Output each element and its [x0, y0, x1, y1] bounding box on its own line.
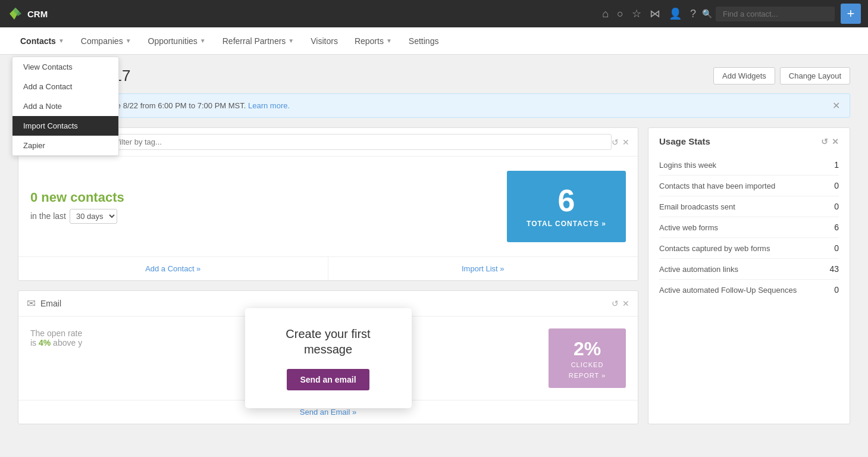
page-header: August 22, 2017 Add Widgets Change Layou…	[18, 67, 850, 85]
top-bar: CRM ⌂ ○ ☆ ⋈ 👤 ? 🔍 +	[0, 0, 868, 27]
nav-contacts-wrapper: Contacts ▼ View Contacts Add a Contact A…	[12, 29, 73, 53]
import-list-footer-btn[interactable]: Import List »	[328, 257, 638, 280]
stat-row-broadcasts: Email broadcasts sent 0	[659, 196, 839, 217]
nav-contacts[interactable]: Contacts ▼	[12, 29, 73, 53]
usage-stats-controls: ↺ ✕	[821, 137, 839, 146]
usage-stats-list: Logins this week 1 Contacts that have be…	[659, 155, 839, 300]
search-wrapper: 🔍	[702, 7, 835, 21]
email-close-icon[interactable]: ✕	[622, 299, 629, 308]
flow-icon[interactable]: ⋈	[650, 7, 660, 20]
stat-value-broadcasts: 0	[834, 202, 839, 211]
contacts-chevron-icon: ▼	[58, 37, 64, 44]
nav-opportunities-label: Opportunities	[148, 36, 198, 46]
clicked-box[interactable]: 2% CLICKED REPORT »	[549, 328, 626, 388]
opportunities-chevron-icon: ▼	[200, 37, 206, 44]
total-contacts-number: 6	[558, 185, 575, 216]
change-layout-button[interactable]: Change Layout	[780, 67, 850, 84]
search-input[interactable]	[716, 7, 835, 21]
days-select[interactable]: 30 days 7 days 14 days 60 days 90 days	[70, 209, 117, 224]
app-logo: CRM	[7, 5, 48, 22]
nav-visitors[interactable]: Visitors	[302, 29, 346, 53]
in-last-text: in the last 30 days 7 days 14 days 60 da…	[30, 209, 495, 224]
stat-row-imported: Contacts that have been imported 0	[659, 176, 839, 196]
nav-settings[interactable]: Settings	[400, 29, 447, 53]
stat-value-web-forms: 6	[834, 223, 839, 232]
alert-banner: scheduled for maintenance 8/22 from 6:00…	[18, 93, 850, 118]
usage-refresh-icon[interactable]: ↺	[821, 137, 828, 146]
plus-button[interactable]: +	[841, 4, 861, 24]
dropdown-add-note[interactable]: Add a Note	[12, 96, 118, 116]
contacts-refresh-icon[interactable]: ↺	[612, 137, 619, 147]
top-bar-icons: ⌂ ○ ☆ ⋈ 👤 ?	[602, 7, 696, 20]
nav-reports[interactable]: Reports ▼	[346, 29, 400, 53]
stat-row-web-forms: Active web forms 6	[659, 217, 839, 238]
clock-icon[interactable]: ○	[617, 8, 623, 20]
clicked-percent: 2%	[574, 338, 601, 360]
stat-label-logins: Logins this week	[659, 161, 716, 170]
nav-referral-partners[interactable]: Referral Partners ▼	[214, 29, 303, 53]
app-name: CRM	[27, 9, 48, 19]
contacts-close-icon[interactable]: ✕	[622, 137, 629, 147]
stat-label-captured: Contacts captured by web forms	[659, 244, 770, 253]
nav-reports-label: Reports	[355, 36, 384, 46]
nav-referral-label: Referral Partners	[223, 36, 286, 46]
tag-filter-input[interactable]	[83, 134, 612, 150]
dropdown-import-contacts[interactable]: Import Contacts	[12, 116, 118, 136]
send-email-popup-button[interactable]: Send an email	[287, 369, 369, 390]
contacts-widget-footer: Add a Contact » Import List »	[18, 256, 638, 280]
stat-row-captured: Contacts captured by web forms 0	[659, 238, 839, 259]
email-refresh-icon[interactable]: ↺	[612, 299, 619, 308]
nav-settings-label: Settings	[409, 36, 439, 46]
stat-value-logins: 1	[834, 160, 839, 170]
dropdown-add-contact[interactable]: Add a Contact	[12, 77, 118, 96]
stat-row-automation: Active automation links 43	[659, 259, 839, 280]
stat-value-imported: 0	[834, 181, 839, 190]
add-contact-footer-btn[interactable]: Add a Contact »	[18, 257, 328, 280]
question-icon[interactable]: ?	[690, 8, 696, 20]
email-body: The open rateis 4% above y 2% CLICKED RE…	[18, 317, 638, 400]
tag-filter-row	[83, 134, 612, 150]
nav-opportunities[interactable]: Opportunities ▼	[140, 29, 214, 53]
secondary-nav: Contacts ▼ View Contacts Add a Contact A…	[0, 27, 868, 55]
home-icon[interactable]: ⌂	[602, 8, 609, 20]
nav-companies[interactable]: Companies ▼	[73, 29, 140, 53]
person-icon[interactable]: 👤	[669, 7, 682, 20]
email-title-row: ✉ Email	[27, 297, 61, 310]
nav-visitors-label: Visitors	[311, 36, 338, 46]
total-contacts-box[interactable]: 6 TOTAL CONTACTS »	[507, 171, 626, 242]
stat-value-captured: 0	[834, 243, 839, 253]
stat-label-web-forms: Active web forms	[659, 223, 718, 232]
logo-icon	[7, 5, 24, 22]
stat-label-imported: Contacts that have been imported	[659, 181, 775, 190]
star-icon[interactable]: ☆	[632, 7, 641, 20]
stat-label-sequences: Active automated Follow-Up Sequences	[659, 286, 797, 295]
search-icon: 🔍	[702, 9, 712, 18]
email-widget-title: Email	[40, 299, 61, 308]
email-open-rate-text: The open rateis 4% above y	[30, 328, 82, 348]
alert-link[interactable]: Learn more.	[248, 101, 290, 110]
header-buttons: Add Widgets Change Layout	[713, 67, 850, 84]
referral-chevron-icon: ▼	[288, 37, 294, 44]
total-contacts-label: TOTAL CONTACTS »	[527, 220, 606, 228]
dashboard-grid: 👤 Contacts ↺ ✕ 0 new contacts	[18, 127, 850, 424]
email-widget-controls: ↺ ✕	[612, 299, 629, 308]
create-message-popup: Create your first message Send an email	[245, 308, 412, 408]
stat-label-automation: Active automation links	[659, 265, 738, 274]
nav-contacts-label: Contacts	[20, 36, 56, 46]
add-widgets-button[interactable]: Add Widgets	[713, 67, 775, 84]
stat-row-sequences: Active automated Follow-Up Sequences 0	[659, 280, 839, 300]
alert-close-icon[interactable]: ✕	[832, 100, 840, 111]
nav-companies-label: Companies	[81, 36, 123, 46]
companies-chevron-icon: ▼	[126, 37, 131, 44]
email-widget-icon: ✉	[27, 297, 36, 310]
main-content: August 22, 2017 Add Widgets Change Layou…	[0, 55, 868, 436]
clicked-label: CLICKED	[571, 361, 604, 368]
reports-chevron-icon: ▼	[386, 37, 392, 44]
dropdown-view-contacts[interactable]: View Contacts	[12, 57, 118, 77]
send-email-footer-label: Send an Email »	[300, 408, 356, 417]
new-contacts-text: 0 new contacts	[30, 190, 495, 205]
popup-title: Create your first message	[267, 326, 390, 357]
dropdown-zapier[interactable]: Zapier	[12, 136, 118, 155]
stat-value-automation: 43	[829, 264, 839, 274]
usage-close-icon[interactable]: ✕	[832, 137, 839, 146]
